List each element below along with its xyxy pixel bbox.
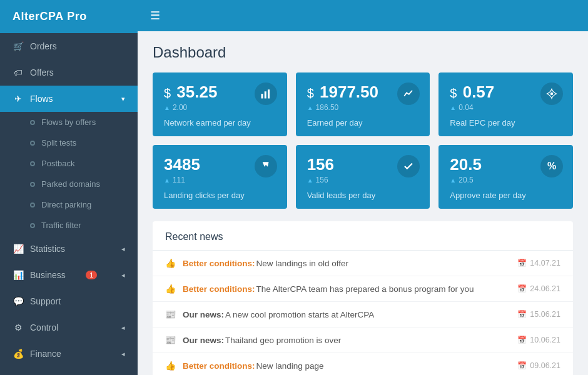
card-label: Network earned per day <box>164 118 276 128</box>
sidebar-item-flows-by-offers[interactable]: Flows by offers <box>0 112 138 132</box>
sidebar-item-orders[interactable]: 🛒 Orders <box>0 33 138 59</box>
card-change-value: 186.50 <box>316 103 339 112</box>
sidebar-item-parked-domains[interactable]: Parked domains <box>0 174 138 194</box>
sidebar-item-label: Statistics <box>30 244 65 254</box>
news-icon: 📰 <box>165 309 176 319</box>
sidebar-item-finance[interactable]: 💰 Finance ◂ <box>0 341 138 367</box>
news-icon: 📰 <box>165 335 176 345</box>
news-item[interactable]: 📰 Our news:Thailand geo promotion is ove… <box>153 328 573 353</box>
card-icon <box>255 155 277 178</box>
sidebar-item-label: Orders <box>30 41 57 51</box>
sidebar-item-statistics[interactable]: 📈 Statistics ◂ <box>0 236 138 262</box>
sub-dot-icon <box>30 223 35 228</box>
statistics-arrow-icon: ◂ <box>121 245 125 253</box>
card-number: 35.25 <box>176 82 217 101</box>
card-change-value: 111 <box>173 176 185 184</box>
sidebar-item-split-tests[interactable]: Split tests <box>0 132 138 153</box>
thumbs-up-icon: 👍 <box>165 284 176 294</box>
calendar-icon: 📅 <box>517 310 527 319</box>
app-name-bold: Pro <box>67 10 87 22</box>
finance-icon: 💰 <box>13 348 24 359</box>
card-change-value: 2.00 <box>173 103 187 112</box>
content-area: Dashboard $ 35.25 ▲ 2.00 Network earned … <box>138 31 588 375</box>
card-number: 156 <box>307 155 334 174</box>
news-date: 📅24.06.21 <box>517 284 560 293</box>
sidebar-item-postback[interactable]: Postback <box>0 153 138 174</box>
sidebar-sub-label: Traffic filter <box>41 221 81 230</box>
news-item[interactable]: 📰 Our news:A new cool promotion starts a… <box>153 302 573 328</box>
sub-dot-icon <box>30 120 35 125</box>
control-icon: ⚙ <box>13 322 24 333</box>
news-section: Recent news 👍 Better conditions:New land… <box>153 221 573 375</box>
sidebar-sub-label: Postback <box>41 159 74 168</box>
card-label: Valid leads per day <box>307 191 419 200</box>
sub-dot-icon <box>30 141 35 146</box>
business-icon: 📊 <box>13 269 24 281</box>
sidebar-item-label: Business <box>30 270 66 280</box>
news-item[interactable]: 👍 Better conditions:New landings in old … <box>153 251 573 276</box>
sidebar-item-direct-parking[interactable]: Direct parking <box>0 194 138 215</box>
sidebar-item-offers[interactable]: 🏷 Offers <box>0 59 138 86</box>
arrow-up-icon: ▲ <box>450 177 456 184</box>
card-change: ▲ 0.04 <box>450 103 562 112</box>
offers-icon: 🏷 <box>13 67 24 78</box>
card-approve-rate: 20.5 ▲ 20.5 Approve rate per day % <box>438 145 573 209</box>
menu-icon[interactable]: ☰ <box>150 9 160 22</box>
sidebar-sub-label: Split tests <box>41 138 76 148</box>
card-network-earned: $ 35.25 ▲ 2.00 Network earned per day <box>153 72 287 136</box>
arrow-up-icon: ▲ <box>307 177 313 184</box>
card-number: 3485 <box>164 155 200 174</box>
sidebar-item-business[interactable]: 📊 Business 1 ◂ <box>0 262 138 288</box>
app-logo: AlterCPA Pro <box>0 0 138 33</box>
business-arrow-icon: ◂ <box>121 271 125 279</box>
news-tag: Our news:Thailand geo promotion is over <box>183 336 341 345</box>
sidebar-item-label: Finance <box>30 349 61 359</box>
svg-point-3 <box>550 92 554 96</box>
calendar-icon: 📅 <box>517 259 527 268</box>
sidebar-item-label: Flows <box>30 94 53 104</box>
arrow-up-icon: ▲ <box>450 104 456 111</box>
card-change-value: 156 <box>316 176 328 184</box>
sidebar-sub-label: Direct parking <box>41 200 91 209</box>
business-badge: 1 <box>86 271 97 279</box>
card-label: Landing clicks per day <box>164 191 276 200</box>
card-currency: $ <box>307 86 314 100</box>
sidebar-item-label: Support <box>30 296 61 306</box>
svg-rect-1 <box>264 91 266 98</box>
card-number: 1977.50 <box>320 82 378 101</box>
sidebar-sub-label: Flows by offers <box>41 118 96 127</box>
sidebar-item-traffic-filter[interactable]: Traffic filter <box>0 215 138 236</box>
sidebar-item-flows[interactable]: ✈ Flows ▾ <box>0 86 138 112</box>
card-change: ▲ 186.50 <box>307 103 419 112</box>
sub-dot-icon <box>30 161 35 166</box>
card-number: 20.5 <box>450 155 482 174</box>
sidebar-item-label: Control <box>30 322 58 332</box>
sidebar-item-label: Offers <box>30 68 54 78</box>
thumbs-up-icon: 👍 <box>165 361 176 371</box>
news-section-title: Recent news <box>153 221 573 251</box>
page-title: Dashboard <box>153 44 573 61</box>
card-landing-clicks: 3485 ▲ 111 Landing clicks per day <box>153 145 287 209</box>
svg-rect-0 <box>261 94 263 99</box>
card-change: ▲ 2.00 <box>164 103 276 112</box>
card-change-value: 20.5 <box>459 176 473 184</box>
card-real-epc: $ 0.57 ▲ 0.04 Real EPC per day <box>438 72 573 136</box>
news-tag: Our news:A new cool promotion starts at … <box>183 310 374 319</box>
sub-dot-icon <box>30 202 35 208</box>
news-date: 📅10.06.21 <box>517 336 560 344</box>
finance-arrow-icon: ◂ <box>121 350 125 358</box>
sidebar-sub-label: Parked domains <box>41 179 100 189</box>
sidebar-item-control[interactable]: ⚙ Control ◂ <box>0 314 138 341</box>
card-label: Earned per day <box>307 118 419 128</box>
sub-dot-icon <box>30 182 35 187</box>
main-content: ☰ Dashboard $ 35.25 ▲ 2.00 Network earne… <box>138 0 588 375</box>
orders-icon: 🛒 <box>13 41 24 52</box>
card-change: ▲ 111 <box>164 176 276 184</box>
sidebar-item-support[interactable]: 💬 Support <box>0 288 138 314</box>
news-date: 📅15.06.21 <box>517 310 560 319</box>
calendar-icon: 📅 <box>517 361 527 370</box>
news-item[interactable]: 👍 Better conditions:New landing page 📅09… <box>153 353 573 375</box>
news-item[interactable]: 👍 Better conditions:The AlterCPA team ha… <box>153 276 573 302</box>
topbar: ☰ <box>138 0 588 31</box>
svg-rect-2 <box>268 89 270 98</box>
